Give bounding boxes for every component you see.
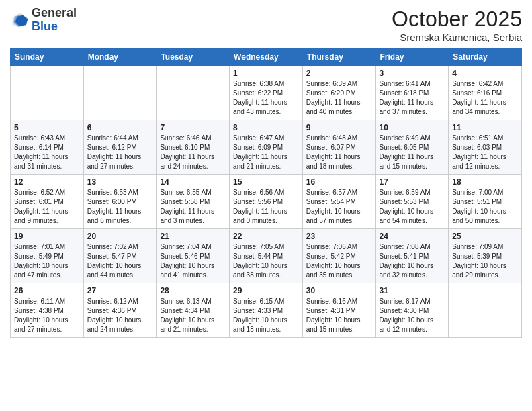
calendar-cell: 20Sunrise: 7:02 AM Sunset: 5:47 PM Dayli… — [83, 229, 157, 283]
logo-icon — [10, 11, 29, 30]
calendar-cell: 29Sunrise: 6:15 AM Sunset: 4:33 PM Dayli… — [230, 283, 303, 338]
day-number: 28 — [160, 286, 226, 295]
calendar-cell — [157, 66, 230, 120]
calendar-cell: 31Sunrise: 6:17 AM Sunset: 4:30 PM Dayli… — [375, 283, 449, 338]
day-number: 11 — [452, 123, 518, 132]
day-info: Sunrise: 6:43 AM Sunset: 6:14 PM Dayligh… — [14, 134, 80, 171]
day-number: 12 — [14, 177, 80, 187]
day-info: Sunrise: 6:56 AM Sunset: 5:56 PM Dayligh… — [233, 188, 299, 226]
calendar-cell: 5Sunrise: 6:43 AM Sunset: 6:14 PM Daylig… — [11, 120, 84, 175]
day-number: 13 — [87, 177, 153, 187]
calendar-week-row: 26Sunrise: 6:11 AM Sunset: 4:38 PM Dayli… — [11, 283, 522, 338]
day-number: 18 — [452, 177, 518, 187]
month-title: October 2025 — [392, 7, 522, 32]
logo: General Blue — [10, 7, 77, 34]
day-info: Sunrise: 6:59 AM Sunset: 5:53 PM Dayligh… — [380, 188, 445, 226]
day-number: 5 — [14, 123, 80, 132]
day-number: 14 — [160, 177, 226, 187]
calendar-cell: 24Sunrise: 7:08 AM Sunset: 5:41 PM Dayli… — [375, 229, 449, 283]
weekday-header: Wednesday — [230, 49, 303, 66]
day-number: 7 — [160, 123, 226, 132]
day-info: Sunrise: 7:02 AM Sunset: 5:47 PM Dayligh… — [87, 242, 153, 280]
weekday-header-row: SundayMondayTuesdayWednesdayThursdayFrid… — [11, 49, 522, 66]
day-number: 8 — [233, 123, 299, 132]
calendar-cell: 10Sunrise: 6:49 AM Sunset: 6:05 PM Dayli… — [375, 120, 449, 175]
day-number: 3 — [380, 68, 445, 78]
day-number: 1 — [233, 68, 299, 78]
calendar-cell: 18Sunrise: 7:00 AM Sunset: 5:51 PM Dayli… — [449, 175, 522, 229]
weekday-header: Tuesday — [157, 49, 230, 66]
calendar-week-row: 12Sunrise: 6:52 AM Sunset: 6:01 PM Dayli… — [11, 175, 522, 229]
day-number: 26 — [14, 286, 80, 295]
day-info: Sunrise: 7:00 AM Sunset: 5:51 PM Dayligh… — [452, 188, 518, 226]
weekday-header: Monday — [83, 49, 157, 66]
day-info: Sunrise: 7:05 AM Sunset: 5:44 PM Dayligh… — [233, 242, 299, 280]
calendar: SundayMondayTuesdayWednesdayThursdayFrid… — [10, 48, 522, 338]
calendar-week-row: 1Sunrise: 6:38 AM Sunset: 6:22 PM Daylig… — [11, 66, 522, 120]
day-info: Sunrise: 6:44 AM Sunset: 6:12 PM Dayligh… — [87, 134, 153, 171]
day-info: Sunrise: 6:41 AM Sunset: 6:18 PM Dayligh… — [380, 79, 445, 117]
calendar-cell: 22Sunrise: 7:05 AM Sunset: 5:44 PM Dayli… — [230, 229, 303, 283]
calendar-cell: 28Sunrise: 6:13 AM Sunset: 4:34 PM Dayli… — [157, 283, 230, 338]
day-info: Sunrise: 6:47 AM Sunset: 6:09 PM Dayligh… — [233, 134, 299, 171]
day-number: 17 — [380, 177, 445, 187]
day-info: Sunrise: 6:38 AM Sunset: 6:22 PM Dayligh… — [233, 79, 299, 117]
calendar-cell: 13Sunrise: 6:53 AM Sunset: 6:00 PM Dayli… — [83, 175, 157, 229]
day-info: Sunrise: 6:15 AM Sunset: 4:33 PM Dayligh… — [233, 297, 299, 334]
calendar-cell: 8Sunrise: 6:47 AM Sunset: 6:09 PM Daylig… — [230, 120, 303, 175]
day-info: Sunrise: 6:13 AM Sunset: 4:34 PM Dayligh… — [160, 297, 226, 334]
calendar-cell: 7Sunrise: 6:46 AM Sunset: 6:10 PM Daylig… — [157, 120, 230, 175]
calendar-cell: 26Sunrise: 6:11 AM Sunset: 4:38 PM Dayli… — [11, 283, 84, 338]
day-info: Sunrise: 6:53 AM Sunset: 6:00 PM Dayligh… — [87, 188, 153, 226]
day-info: Sunrise: 6:49 AM Sunset: 6:05 PM Dayligh… — [380, 134, 445, 171]
calendar-cell: 15Sunrise: 6:56 AM Sunset: 5:56 PM Dayli… — [230, 175, 303, 229]
calendar-cell: 9Sunrise: 6:48 AM Sunset: 6:07 PM Daylig… — [302, 120, 375, 175]
day-info: Sunrise: 7:06 AM Sunset: 5:42 PM Dayligh… — [306, 242, 372, 280]
weekday-header: Saturday — [449, 49, 522, 66]
calendar-cell: 25Sunrise: 7:09 AM Sunset: 5:39 PM Dayli… — [449, 229, 522, 283]
day-number: 29 — [233, 286, 299, 295]
day-info: Sunrise: 6:39 AM Sunset: 6:20 PM Dayligh… — [306, 79, 372, 117]
day-info: Sunrise: 7:01 AM Sunset: 5:49 PM Dayligh… — [14, 242, 80, 280]
day-number: 27 — [87, 286, 153, 295]
day-info: Sunrise: 7:09 AM Sunset: 5:39 PM Dayligh… — [452, 242, 518, 280]
day-number: 10 — [380, 123, 445, 132]
weekday-header: Sunday — [11, 49, 84, 66]
day-info: Sunrise: 6:46 AM Sunset: 6:10 PM Dayligh… — [160, 134, 226, 171]
calendar-cell: 30Sunrise: 6:16 AM Sunset: 4:31 PM Dayli… — [302, 283, 375, 338]
calendar-cell: 2Sunrise: 6:39 AM Sunset: 6:20 PM Daylig… — [302, 66, 375, 120]
calendar-cell: 16Sunrise: 6:57 AM Sunset: 5:54 PM Dayli… — [302, 175, 375, 229]
calendar-cell — [11, 66, 84, 120]
day-info: Sunrise: 6:42 AM Sunset: 6:16 PM Dayligh… — [452, 79, 518, 117]
title-area: October 2025 Sremska Kamenica, Serbia — [392, 7, 522, 43]
day-number: 20 — [87, 232, 153, 241]
calendar-cell: 23Sunrise: 7:06 AM Sunset: 5:42 PM Dayli… — [302, 229, 375, 283]
weekday-header: Thursday — [302, 49, 375, 66]
day-number: 19 — [14, 232, 80, 241]
calendar-cell — [83, 66, 157, 120]
calendar-cell: 12Sunrise: 6:52 AM Sunset: 6:01 PM Dayli… — [11, 175, 84, 229]
calendar-cell: 21Sunrise: 7:04 AM Sunset: 5:46 PM Dayli… — [157, 229, 230, 283]
day-info: Sunrise: 7:08 AM Sunset: 5:41 PM Dayligh… — [380, 242, 445, 280]
calendar-cell: 1Sunrise: 6:38 AM Sunset: 6:22 PM Daylig… — [230, 66, 303, 120]
day-number: 2 — [306, 68, 372, 78]
calendar-cell: 6Sunrise: 6:44 AM Sunset: 6:12 PM Daylig… — [83, 120, 157, 175]
calendar-cell — [449, 283, 522, 338]
day-number: 6 — [87, 123, 153, 132]
day-info: Sunrise: 6:17 AM Sunset: 4:30 PM Dayligh… — [380, 297, 445, 334]
calendar-cell: 4Sunrise: 6:42 AM Sunset: 6:16 PM Daylig… — [449, 66, 522, 120]
day-number: 30 — [306, 286, 372, 295]
day-info: Sunrise: 6:52 AM Sunset: 6:01 PM Dayligh… — [14, 188, 80, 226]
calendar-cell: 14Sunrise: 6:55 AM Sunset: 5:58 PM Dayli… — [157, 175, 230, 229]
day-info: Sunrise: 6:51 AM Sunset: 6:03 PM Dayligh… — [452, 134, 518, 171]
day-info: Sunrise: 6:11 AM Sunset: 4:38 PM Dayligh… — [14, 297, 80, 334]
calendar-week-row: 19Sunrise: 7:01 AM Sunset: 5:49 PM Dayli… — [11, 229, 522, 283]
day-info: Sunrise: 6:12 AM Sunset: 4:36 PM Dayligh… — [87, 297, 153, 334]
calendar-week-row: 5Sunrise: 6:43 AM Sunset: 6:14 PM Daylig… — [11, 120, 522, 175]
day-number: 25 — [452, 232, 518, 241]
calendar-cell: 11Sunrise: 6:51 AM Sunset: 6:03 PM Dayli… — [449, 120, 522, 175]
calendar-cell: 3Sunrise: 6:41 AM Sunset: 6:18 PM Daylig… — [375, 66, 449, 120]
weekday-header: Friday — [375, 49, 449, 66]
calendar-cell: 27Sunrise: 6:12 AM Sunset: 4:36 PM Dayli… — [83, 283, 157, 338]
day-info: Sunrise: 7:04 AM Sunset: 5:46 PM Dayligh… — [160, 242, 226, 280]
